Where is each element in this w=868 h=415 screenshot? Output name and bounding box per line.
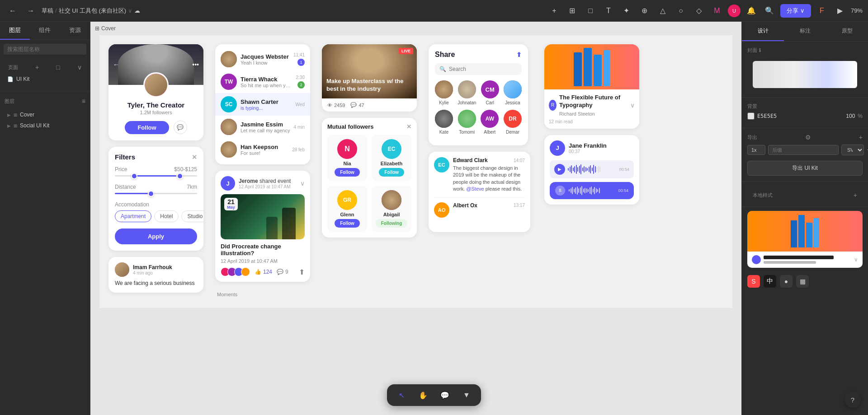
export-settings-icon[interactable]: ⚙ [805, 134, 811, 141]
distance-slider-thumb[interactable] [148, 191, 154, 197]
profile-back-button[interactable]: ← [113, 61, 119, 68]
chat-avatar-3 [221, 119, 237, 135]
user-avatar[interactable]: U [728, 5, 741, 17]
mask-tool[interactable]: △ [656, 4, 670, 18]
accom-tab-studio[interactable]: Studio [181, 210, 203, 222]
forward-button[interactable]: → [24, 4, 38, 18]
comment-button[interactable]: 💬 9 [277, 269, 288, 275]
right-tab-prototype[interactable]: 原型 [826, 22, 868, 41]
export-button[interactable]: 导出 UI Kit [747, 161, 863, 176]
tool-grid[interactable]: ▦ [796, 275, 809, 288]
comment-tool-button[interactable]: 💬 [438, 388, 452, 402]
profile-actions: Follow 💬 [108, 117, 203, 140]
left-panel: 图层 组件 资源 页面 + □ ∨ 📄 UI Kit 图层 ≡ [0, 22, 90, 415]
tool-figma-s[interactable]: S [747, 275, 760, 288]
tab-components[interactable]: 组件 [30, 22, 60, 40]
shape-tool[interactable]: □ [583, 4, 598, 18]
comment-icon: 💬 [277, 269, 283, 275]
mutual-follow-btn-0[interactable]: Follow [335, 168, 360, 177]
play-button[interactable]: ▶ [554, 164, 565, 175]
filters-close-icon[interactable]: ✕ [192, 154, 197, 161]
chat-item-3[interactable]: Jasmine Essim Let me call my agency 4 mi… [215, 116, 310, 138]
text-tool[interactable]: T [601, 4, 616, 18]
search-icon[interactable]: 🔍 [762, 4, 777, 18]
component-tool[interactable]: ◇ [692, 4, 706, 18]
layer-search-input[interactable] [4, 44, 86, 55]
fill-color-swatch[interactable] [747, 112, 755, 120]
tab-layers[interactable]: 图层 [0, 22, 30, 40]
price-filter-label: Price $50-$125 [115, 166, 197, 173]
layers-options-icon[interactable]: ≡ [82, 98, 85, 105]
chat-item-1[interactable]: TW Tierra Whack So hit me up when you're… [215, 70, 310, 93]
filters-card: Filters ✕ Price $50-$125 [108, 147, 203, 251]
export-add-icon[interactable]: + [859, 134, 863, 141]
chat-item-4[interactable]: Han Keepson For sure! 28 feb [215, 138, 310, 161]
tool-chinese[interactable]: 中 [764, 275, 776, 288]
share-search-input[interactable] [449, 66, 517, 72]
left-tabs: 图层 组件 资源 [0, 22, 90, 40]
mutual-follow-btn-3[interactable]: Following [376, 219, 408, 228]
profile-more-button[interactable]: ••• [192, 61, 199, 68]
export-format-select[interactable]: SVG PNG JPG [841, 145, 864, 155]
play-button[interactable]: ▶ [833, 4, 847, 18]
event-share-button[interactable]: ⬆ [299, 268, 305, 276]
share-person-carl: CM Carl [481, 80, 499, 105]
share-button[interactable]: 分享 ∨ [780, 4, 811, 18]
local-styles-add-icon[interactable]: + [854, 191, 857, 199]
page-item-uikit[interactable]: 📄 UI Kit [4, 74, 86, 84]
add-page-icon[interactable]: + [35, 64, 39, 71]
figma-icon[interactable]: F [815, 4, 829, 18]
magic-tool[interactable]: M [710, 4, 724, 18]
add-tool[interactable]: + [547, 4, 561, 18]
book-content: R The Flexible Future of Typography Rich… [544, 89, 639, 129]
export-suffix[interactable] [768, 145, 839, 155]
cursor-tool-button[interactable]: ↖ [394, 388, 409, 402]
mutual-follow-btn-2[interactable]: Follow [335, 219, 360, 228]
right-tab-annotate[interactable]: 标注 [784, 22, 826, 41]
notifications-icon[interactable]: 🔔 [744, 4, 759, 18]
layer-item-socialuikit[interactable]: ▶ ⊞ Social UI Kit [4, 120, 86, 131]
export-multiplier[interactable] [747, 145, 765, 155]
right-tab-design[interactable]: 设计 [742, 22, 784, 41]
help-button[interactable]: ? [844, 392, 861, 408]
audio-person-info: Jane Franklin 00:37 [569, 142, 607, 154]
mutual-follow-btn-1[interactable]: Follow [379, 168, 404, 177]
chat-badge-1: 2 [297, 81, 305, 89]
pen-tool[interactable]: ✦ [619, 4, 634, 18]
distance-slider[interactable] [115, 193, 197, 194]
chat-name-3: Jasmine Essim [241, 121, 290, 128]
frame-tool[interactable]: ⊞ [565, 4, 580, 18]
price-slider-thumb-right[interactable] [177, 173, 183, 179]
accom-tab-hotel[interactable]: Hotel [154, 210, 179, 222]
layer-item-cover[interactable]: ▶ ⊞ Cover [4, 109, 86, 120]
circle-tool[interactable]: ○ [674, 4, 688, 18]
page-options-icon[interactable]: ∨ [77, 64, 82, 71]
apply-button[interactable]: Apply [115, 228, 197, 244]
hand-tool-button[interactable]: ✋ [416, 388, 430, 402]
accom-tabs: Apartment Hotel Studio [115, 210, 197, 222]
accom-tab-apartment[interactable]: Apartment [115, 210, 151, 222]
mutual-close-icon[interactable]: ✕ [406, 123, 411, 130]
pause-button[interactable]: ⏸ [555, 186, 565, 196]
expand-toolbar-button[interactable]: ▼ [459, 388, 474, 402]
book-expand-icon[interactable]: ∨ [630, 102, 635, 109]
like-icon: 👍 [255, 269, 261, 275]
chat-button[interactable]: 💬 [174, 121, 187, 134]
share-upload-icon[interactable]: ⬆ [516, 51, 522, 58]
like-button[interactable]: 👍 124 [255, 269, 272, 275]
event-expand-icon[interactable]: ∨ [300, 180, 305, 187]
chat-item-0[interactable]: Jacques Webster Yeah I know 11:41 1 [215, 48, 310, 70]
chat-content-4: Han Keepson For sure! [241, 144, 288, 156]
copy-page-icon[interactable]: □ [56, 64, 60, 71]
export-section: 导出 ⚙ + SVG PNG JPG − 导出 UI Kit [742, 128, 868, 182]
price-slider-thumb-left[interactable] [131, 173, 137, 179]
follow-button[interactable]: Follow [125, 121, 169, 134]
back-button[interactable]: ← [5, 4, 20, 18]
preview-spine-2 [806, 223, 812, 247]
tool-dot[interactable]: ● [780, 275, 793, 288]
boolean-tool[interactable]: ⊕ [637, 4, 652, 18]
price-slider[interactable] [115, 175, 197, 177]
chat-item-2[interactable]: SC Shawn Carter is typing... Wed [215, 93, 310, 116]
preview-expand-icon[interactable]: ∨ [854, 256, 858, 263]
tab-assets[interactable]: 资源 [60, 22, 90, 40]
